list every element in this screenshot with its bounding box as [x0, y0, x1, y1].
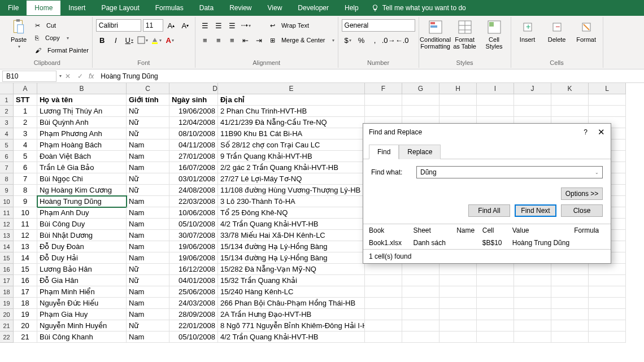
cell[interactable] — [402, 264, 440, 275]
cell[interactable] — [440, 264, 477, 275]
cell[interactable] — [440, 286, 477, 298]
cell[interactable] — [477, 332, 514, 343]
cell[interactable]: 19/06/2008 — [169, 252, 218, 264]
format-painter-button[interactable]: 🖌 Format Painter — [35, 44, 89, 56]
orientation-button[interactable]: ⭬▾ — [240, 19, 252, 32]
cell[interactable]: Nam — [127, 298, 169, 309]
col-header[interactable]: E — [218, 83, 365, 94]
tell-me[interactable]: Tell me what you want to do — [371, 4, 466, 12]
cell[interactable] — [589, 286, 626, 298]
cell[interactable] — [514, 332, 551, 343]
copy-button[interactable]: ⎘ Copy ▾ — [35, 32, 89, 44]
find-all-button[interactable]: Find All — [468, 204, 510, 217]
align-bottom-button[interactable]: ☰ — [226, 19, 238, 32]
row-header[interactable]: 14 — [0, 241, 14, 252]
cell[interactable]: 16/07/2008 — [169, 162, 218, 173]
row-header[interactable]: 9 — [0, 185, 14, 196]
cell[interactable]: Đoàn Việt Bách — [37, 151, 127, 162]
cell[interactable]: Bùi Công Khanh — [37, 332, 127, 343]
cell[interactable]: 4/2 Trần Quang Khải-HVT-HB — [218, 219, 365, 230]
cell[interactable] — [514, 320, 551, 332]
cell[interactable] — [589, 94, 626, 106]
result-col-name[interactable]: Name — [456, 226, 482, 234]
cell[interactable]: 15/240 Hàng Kênh-LC — [218, 286, 365, 298]
cell[interactable]: Nữ — [127, 128, 169, 139]
tab-home[interactable]: Home — [27, 1, 60, 15]
cell[interactable] — [551, 286, 589, 298]
cell[interactable]: Bùi Ngọc Chi — [37, 173, 127, 185]
row-header[interactable]: 7 — [0, 162, 14, 173]
cell[interactable]: 16/12/2008 — [169, 264, 218, 275]
cell[interactable] — [365, 320, 402, 332]
cut-button[interactable]: ✂ Cut — [35, 19, 89, 32]
help-button[interactable]: ? — [584, 128, 588, 136]
merge-center-button[interactable]: ⊞ Merge & Center ▾ — [270, 34, 334, 46]
align-top-button[interactable]: ☰ — [199, 19, 211, 32]
row-header[interactable]: 19 — [0, 298, 14, 309]
tab-review[interactable]: Review — [221, 1, 259, 15]
cell[interactable]: 08/10/2008 — [169, 128, 218, 139]
cell[interactable] — [365, 332, 402, 343]
cell[interactable]: Nam — [127, 286, 169, 298]
align-center-button[interactable]: ≡ — [212, 34, 225, 46]
cell[interactable] — [440, 275, 477, 286]
row-header[interactable]: 1 — [0, 94, 14, 106]
cell[interactable]: 15/134 đường Hạ Lý-Hồng Bàng — [218, 241, 365, 252]
cell[interactable]: 13 — [14, 241, 37, 252]
result-col-formula[interactable]: Formula — [574, 226, 605, 234]
cell[interactable]: 15 — [14, 264, 37, 275]
cell[interactable]: 25/06/2008 — [169, 286, 218, 298]
row-header[interactable]: 22 — [0, 332, 14, 343]
find-tab[interactable]: Find — [369, 145, 399, 159]
cell[interactable]: Bùi Quỳnh Anh — [37, 117, 127, 128]
cell[interactable]: Phạm Phương Anh — [37, 128, 127, 139]
cell[interactable]: Nữ — [127, 264, 169, 275]
cell[interactable]: Phạm Minh Hiển — [37, 286, 127, 298]
col-header[interactable]: C — [127, 83, 169, 94]
cell[interactable]: 4/2 Trần Quang Khải-HVT-HB — [218, 332, 365, 343]
cell[interactable]: Đỗ Gia Hân — [37, 275, 127, 286]
cell[interactable] — [440, 94, 477, 106]
tab-page-layout[interactable]: Page Layout — [93, 1, 147, 15]
cell[interactable]: STT — [14, 94, 37, 106]
cell[interactable]: 05/10/2008 — [169, 219, 218, 230]
cell[interactable]: 8 Ngõ 771 Nguyễn Bỉnh Khiêm-Đông Hải I-H… — [218, 320, 365, 332]
formula-content[interactable]: Hoàng Trung Dũng — [96, 72, 644, 80]
find-what-input[interactable]: Dũng⌄ — [416, 166, 603, 178]
cell[interactable]: 6 — [14, 162, 37, 173]
font-size-select[interactable] — [143, 19, 163, 32]
cell[interactable] — [477, 286, 514, 298]
cell[interactable]: 11B90 Khu B1 Cát Bi-HA — [218, 128, 365, 139]
result-col-sheet[interactable]: Sheet — [413, 226, 456, 234]
cell[interactable]: 11/108 đường Hùng Vương-Thượng Lý-HB — [218, 185, 365, 196]
cell[interactable] — [365, 275, 402, 286]
fill-color-button[interactable]: ▾ — [150, 34, 163, 46]
cell[interactable] — [365, 309, 402, 320]
cell[interactable]: Trần Lê Gia Bảo — [37, 162, 127, 173]
cell[interactable]: 12 — [14, 230, 37, 241]
cell[interactable]: Lương Bảo Hân — [37, 264, 127, 275]
font-color-button[interactable]: A▾ — [164, 34, 176, 46]
row-header[interactable]: 2 — [0, 106, 14, 117]
cell[interactable]: Phạm Anh Duy — [37, 207, 127, 219]
cell[interactable] — [365, 94, 402, 106]
cell[interactable]: Nam — [127, 332, 169, 343]
col-header[interactable]: I — [477, 83, 514, 94]
cell[interactable]: 04/01/2008 — [169, 275, 218, 286]
increase-decimal-button[interactable]: .0→ — [382, 34, 395, 46]
cell[interactable]: Đỗ Duy Đoàn — [37, 241, 127, 252]
cell[interactable]: Đỗ Duy Hải — [37, 252, 127, 264]
cell[interactable] — [365, 286, 402, 298]
italic-button[interactable]: I — [110, 34, 122, 46]
indent-decrease-button[interactable]: ⇤ — [240, 34, 252, 46]
cell[interactable]: Nam — [127, 139, 169, 151]
cell[interactable]: Phạm Gia Huy — [37, 309, 127, 320]
select-all-corner[interactable] — [0, 83, 14, 94]
row-header[interactable]: 13 — [0, 230, 14, 241]
cell[interactable]: Hoàng Trung Dũng — [37, 196, 127, 207]
row-header[interactable]: 18 — [0, 286, 14, 298]
cell[interactable]: Nữ — [127, 275, 169, 286]
cell[interactable]: 9 Trần Quang Khải-HVT-HB — [218, 151, 365, 162]
cell[interactable]: 21 — [14, 332, 37, 343]
wrap-text-button[interactable]: ↩ Wrap Text — [270, 19, 334, 32]
